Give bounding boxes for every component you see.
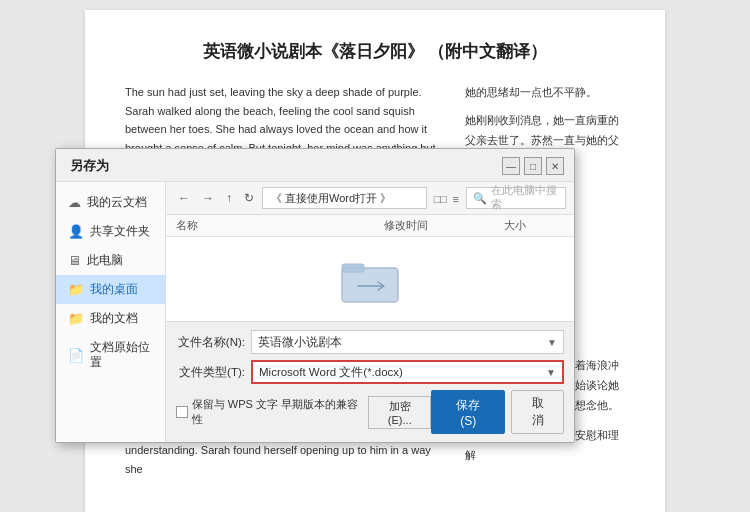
view-grid-icon: □□ <box>434 193 447 205</box>
dialog-toolbar: ← → ↑ ↻ 《 直接使用Word打开 》 □□ ≡ 🔍 在此电脑中搜索 <box>166 182 574 215</box>
dialog-title-buttons: — □ ✕ <box>502 157 564 175</box>
filetype-row: 文件类型(T): Microsoft Word 文件(*.docx) ▼ <box>176 360 564 384</box>
sidebar-item-source[interactable]: 📄 文档原始位置 <box>56 333 165 377</box>
compatibility-label: 保留与 WPS 文字 早期版本的兼容性 <box>192 397 365 427</box>
save-button[interactable]: 保存(S) <box>431 390 505 434</box>
form-options-row: 保留与 WPS 文字 早期版本的兼容性 加密(E)... 保存(S) 取消 <box>176 390 564 434</box>
svg-rect-0 <box>342 268 398 302</box>
compatibility-checkbox-area[interactable]: 保留与 WPS 文字 早期版本的兼容性 加密(E)... <box>176 396 431 429</box>
refresh-button[interactable]: ↻ <box>240 189 258 207</box>
filetype-label: 文件类型(T): <box>176 365 251 380</box>
search-icon: 🔍 <box>473 192 487 205</box>
sidebar-label-desktop: 我的桌面 <box>90 282 138 297</box>
sidebar-label-cloud: 我的云文档 <box>87 195 147 210</box>
col-size-header: 大小 <box>504 218 564 233</box>
computer-icon: 🖥 <box>68 253 81 268</box>
filename-label: 文件名称(N): <box>176 335 251 350</box>
compatibility-checkbox[interactable] <box>176 406 188 418</box>
search-box[interactable]: 🔍 在此电脑中搜索 <box>466 187 566 209</box>
col-name-header: 名称 <box>176 218 384 233</box>
desktop-folder-icon: 📁 <box>68 282 84 297</box>
col-date-header: 修改时间 <box>384 218 504 233</box>
filename-row: 文件名称(N): 英语微小说剧本 ▼ <box>176 330 564 354</box>
save-as-dialog: 另存为 — □ ✕ ☁ 我的云文档 👤 共享文件夹 🖥 此 <box>55 148 575 443</box>
filetype-input[interactable]: Microsoft Word 文件(*.docx) ▼ <box>251 360 564 384</box>
path-text: 《 直接使用Word打开 》 <box>271 191 391 206</box>
sidebar-item-computer[interactable]: 🖥 此电脑 <box>56 246 165 275</box>
encrypt-button[interactable]: 加密(E)... <box>368 396 431 429</box>
sidebar-item-cloud[interactable]: ☁ 我的云文档 <box>56 188 165 217</box>
minimize-button[interactable]: — <box>502 157 520 175</box>
form-action-buttons: 保存(S) 取消 <box>431 390 564 434</box>
view-icons-button[interactable]: □□ ≡ <box>431 189 462 208</box>
dialog-title: 另存为 <box>70 157 109 175</box>
path-bar[interactable]: 《 直接使用Word打开 》 <box>262 187 427 209</box>
dialog-sidebar: ☁ 我的云文档 👤 共享文件夹 🖥 此电脑 📁 我的桌面 📁 我的文 <box>56 182 166 442</box>
empty-folder-placeholder <box>340 254 400 304</box>
dialog-overlay: 另存为 — □ ✕ ☁ 我的云文档 👤 共享文件夹 🖥 此 <box>0 0 750 512</box>
sidebar-label-mydocs: 我的文档 <box>90 311 138 326</box>
dialog-file-area: ← → ↑ ↻ 《 直接使用Word打开 》 □□ ≡ 🔍 在此电脑中搜索 <box>166 182 574 442</box>
back-button[interactable]: ← <box>174 189 194 207</box>
file-list-header: 名称 修改时间 大小 <box>166 215 574 237</box>
sidebar-item-desktop[interactable]: 📁 我的桌面 <box>56 275 165 304</box>
dialog-titlebar: 另存为 — □ ✕ <box>56 149 574 182</box>
sidebar-label-shared: 共享文件夹 <box>90 224 150 239</box>
sidebar-label-source: 文档原始位置 <box>90 340 157 370</box>
dialog-form: 文件名称(N): 英语微小说剧本 ▼ 文件类型(T): Microsoft Wo… <box>166 321 574 442</box>
filetype-dropdown-arrow: ▼ <box>546 367 556 378</box>
search-placeholder: 在此电脑中搜索 <box>491 184 559 212</box>
up-button[interactable]: ↑ <box>222 189 236 207</box>
filename-dropdown-arrow: ▼ <box>547 337 557 348</box>
filename-value: 英语微小说剧本 <box>258 335 342 350</box>
sidebar-label-computer: 此电脑 <box>87 253 123 268</box>
cloud-icon: ☁ <box>68 195 81 210</box>
sidebar-item-shared[interactable]: 👤 共享文件夹 <box>56 217 165 246</box>
maximize-button[interactable]: □ <box>524 157 542 175</box>
source-doc-icon: 📄 <box>68 348 84 363</box>
forward-button[interactable]: → <box>198 189 218 207</box>
shared-icon: 👤 <box>68 224 84 239</box>
cancel-button[interactable]: 取消 <box>511 390 564 434</box>
filename-input[interactable]: 英语微小说剧本 ▼ <box>251 330 564 354</box>
folder-svg-icon <box>340 254 400 304</box>
dialog-body: ☁ 我的云文档 👤 共享文件夹 🖥 此电脑 📁 我的桌面 📁 我的文 <box>56 182 574 442</box>
filetype-value: Microsoft Word 文件(*.docx) <box>259 365 403 380</box>
sidebar-item-mydocs[interactable]: 📁 我的文档 <box>56 304 165 333</box>
mydocs-folder-icon: 📁 <box>68 311 84 326</box>
file-list-area <box>166 237 574 321</box>
close-button[interactable]: ✕ <box>546 157 564 175</box>
view-list-icon: ≡ <box>453 193 459 205</box>
